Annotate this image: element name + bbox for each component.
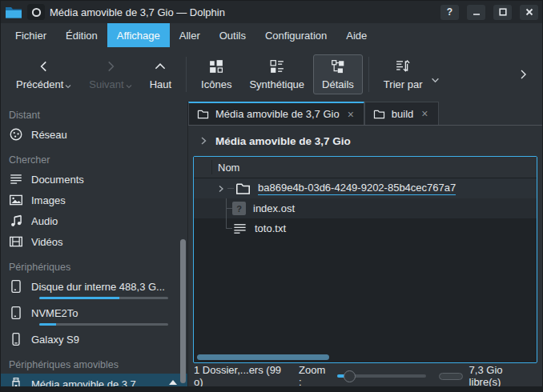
toolbar-separator [186, 57, 187, 92]
chevron-left-icon [37, 59, 51, 74]
minimize-icon [473, 8, 481, 16]
menubar: Fichier Édition Affichage Aller Outils C… [1, 23, 542, 47]
sidebar-item-label: Documents [31, 174, 179, 186]
icons-view-button[interactable]: Icônes [192, 54, 240, 94]
folder-icon [197, 109, 209, 119]
titlebar: Média amovible de 3,7 Gio — Dolphin ? [1, 1, 542, 23]
file-name: ba869e4b-03d6-4249-9202-85b4cec767a7 [258, 182, 456, 195]
help-icon: ? [447, 6, 452, 18]
section-chercher: Chercher [1, 151, 187, 169]
view-empty-area[interactable] [194, 238, 537, 352]
menu-configuration[interactable]: Configuration [255, 23, 336, 47]
overflow-chevron-icon[interactable] [510, 68, 536, 81]
help-button[interactable]: ? [440, 5, 459, 20]
sidebar-item-nvme2to[interactable]: NVME2To [1, 302, 187, 329]
places-panel: Distant Réseau Chercher Documents Images [1, 102, 188, 386]
column-header[interactable]: Nom [194, 157, 537, 178]
sidebar-item-audio[interactable]: Audio [1, 210, 187, 231]
caret-down-icon[interactable] [431, 76, 440, 85]
eject-icon[interactable] [167, 378, 179, 386]
up-button[interactable]: Haut [141, 54, 180, 94]
zoom-slider-handle[interactable] [344, 370, 356, 382]
section-peripheriques-amovibles: Périphériques amovibles [1, 356, 187, 374]
tree-guide [221, 198, 232, 218]
breadcrumb-chevron-icon[interactable] [199, 136, 208, 146]
compact-view-label: Synthétique [249, 79, 304, 90]
emblem-disc-icon [27, 4, 45, 20]
sidebar-item-label: Galaxy S9 [31, 334, 179, 346]
tab-media-amovible[interactable]: Média amovible de 3,7 Gio × [188, 102, 364, 125]
sidebar-item-media-amovible[interactable]: Média amovible de 3,7 ... [1, 374, 187, 386]
file-name: index.ost [253, 202, 295, 214]
chevron-up-icon [153, 59, 167, 74]
menu-aide[interactable]: Aide [336, 23, 376, 47]
dolphin-folder-icon [5, 5, 22, 19]
details-view-button[interactable]: Détails [313, 54, 363, 94]
usb-stick-icon [9, 377, 23, 386]
unknown-file-icon: ? [232, 202, 246, 215]
tab-close-icon[interactable]: × [346, 108, 356, 121]
sidebar-item-disque-interne[interactable]: Disque dur interne 488,3 G... [1, 276, 187, 302]
window-bottom-edge [1, 386, 542, 391]
zoom-label: Zoom : [299, 364, 331, 388]
tab-close-icon[interactable]: × [420, 107, 429, 120]
window-title: Média amovible de 3,7 Gio — Dolphin [50, 6, 432, 18]
horizontal-scrollbar-thumb[interactable] [197, 354, 329, 360]
section-distant: Distant [1, 106, 187, 124]
maximize-button[interactable] [493, 5, 512, 20]
sidebar-item-images[interactable]: Images [1, 190, 187, 210]
back-button[interactable]: Précédent [7, 54, 80, 94]
main-area: Média amovible de 3,7 Gio × build × Médi… [188, 102, 542, 386]
minimize-button[interactable] [467, 5, 485, 20]
expander-icon[interactable] [216, 184, 227, 194]
file-row[interactable]: ? index.ost [194, 198, 537, 218]
sidebar-item-label: NVME2To [31, 307, 179, 319]
icons-view-icon [209, 59, 223, 74]
disk-usage-fill [39, 323, 56, 326]
breadcrumb-location[interactable]: Média amovible de 3,7 Gio [215, 135, 351, 147]
file-view: Nom ba869e4b-03d6-4249-9202-85b4cec767a7… [193, 156, 537, 363]
sidebar-item-label: Réseau [31, 129, 179, 141]
images-icon [9, 193, 23, 207]
column-name-label: Nom [218, 162, 239, 174]
chevron-right-icon [103, 59, 118, 74]
sidebar-item-documents[interactable]: Documents [1, 169, 187, 190]
tab-build[interactable]: build × [364, 102, 439, 125]
zoom-slider[interactable] [337, 370, 426, 382]
menu-aller[interactable]: Aller [170, 23, 210, 47]
horizontal-scrollbar[interactable] [194, 352, 537, 362]
view-wrapper: Nom ba869e4b-03d6-4249-9202-85b4cec767a7… [188, 156, 542, 366]
sidebar-scrollbar[interactable] [180, 239, 186, 383]
file-name: toto.txt [255, 222, 286, 234]
documents-icon [9, 172, 23, 186]
sidebar-item-label: Vidéos [31, 236, 179, 248]
free-space-capacity-bar [439, 373, 463, 380]
menu-outils[interactable]: Outils [210, 23, 255, 47]
close-button[interactable] [520, 5, 538, 20]
details-view-label: Détails [322, 79, 354, 90]
dolphin-window: Média amovible de 3,7 Gio — Dolphin ? Fi… [0, 0, 543, 392]
sidebar-item-galaxy-s9[interactable]: Galaxy S9 [1, 329, 187, 350]
sidebar-item-videos[interactable]: Vidéos [1, 231, 187, 252]
folder-icon [235, 182, 251, 195]
statusbar: 1 Dossier,...ers (99 o) Zoom : 7,3 Gio l… [188, 366, 542, 386]
harddisk-icon [9, 279, 23, 294]
maximize-icon [499, 8, 507, 16]
menu-edition[interactable]: Édition [56, 23, 107, 47]
sidebar-item-label: Audio [31, 215, 179, 227]
sort-by-button[interactable]: Trier par [375, 54, 432, 94]
menu-affichage[interactable]: Affichage [107, 23, 170, 47]
disk-usage-bar [39, 323, 168, 326]
sidebar-item-reseau[interactable]: Réseau [1, 124, 187, 145]
free-space-label: 7,3 Gio libre(s) [469, 364, 537, 388]
disk-usage-fill [39, 297, 119, 299]
close-icon [525, 8, 533, 16]
compact-view-button[interactable]: Synthétique [240, 54, 313, 94]
file-row[interactable]: toto.txt [194, 218, 537, 238]
tab-label: Média amovible de 3,7 Gio [215, 108, 340, 120]
file-row[interactable]: ba869e4b-03d6-4249-9202-85b4cec767a7 [194, 178, 537, 198]
breadcrumb: Média amovible de 3,7 Gio [188, 126, 542, 156]
forward-button[interactable]: Suivant [80, 54, 140, 94]
sidebar-item-label: Média amovible de 3,7 ... [31, 378, 159, 387]
menu-fichier[interactable]: Fichier [6, 23, 56, 47]
